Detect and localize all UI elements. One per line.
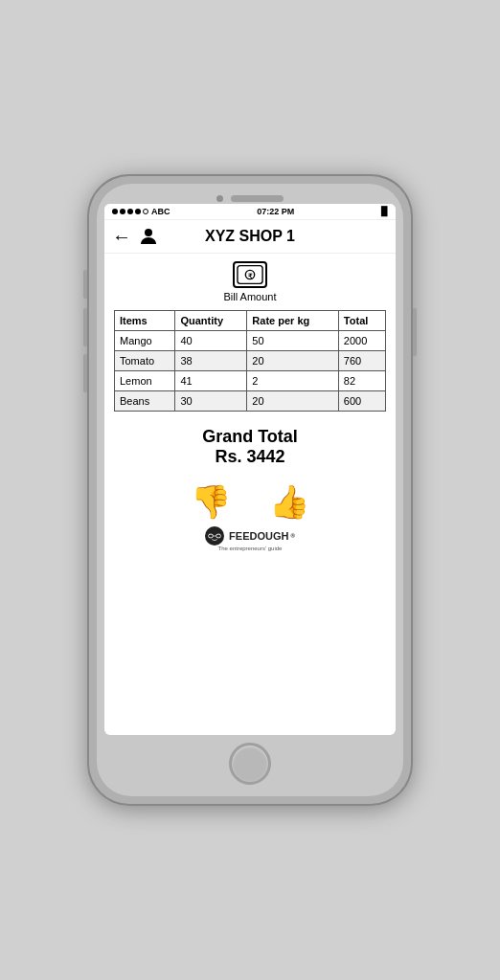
thumbs-up-button[interactable]: 👍 (269, 482, 309, 521)
col-header-rate: Rate per kg (247, 311, 339, 331)
grand-total-amount: Rs. 3442 (104, 447, 396, 467)
user-icon[interactable] (137, 225, 160, 248)
cell-total: 600 (338, 391, 385, 412)
volume-down-button[interactable] (83, 354, 87, 392)
cell-rate: 50 (247, 331, 339, 351)
shop-title: XYZ SHOP 1 (205, 228, 295, 245)
grand-total-label: Grand Total (104, 427, 396, 447)
cell-item: Beans (115, 391, 175, 412)
earpiece (231, 195, 284, 202)
cell-quantity: 38 (175, 351, 247, 371)
signal-dot-4 (135, 209, 141, 214)
status-left: ABC (112, 207, 170, 216)
cell-rate: 20 (247, 391, 339, 412)
col-header-quantity: Quantity (175, 311, 247, 331)
app-header: ← XYZ SHOP 1 (104, 220, 396, 254)
cell-quantity: 30 (175, 391, 247, 412)
table-row: Tomato3820760 (115, 351, 386, 371)
volume-up-button[interactable] (83, 308, 87, 346)
status-time: 07:22 PM (257, 207, 294, 216)
signal-dot-2 (120, 209, 125, 214)
thumbs-down-button[interactable]: 👎 (191, 482, 231, 521)
col-header-total: Total (338, 311, 385, 331)
home-button[interactable] (229, 743, 271, 785)
feedough-tagline: The entrepreneurs' guide (218, 546, 283, 551)
home-button-area (104, 735, 396, 789)
header-left-controls: ← (112, 225, 160, 248)
cell-item: Mango (115, 331, 175, 351)
bill-section: ₹ Bill Amount (104, 254, 396, 306)
battery-icon: ▉ (381, 207, 388, 216)
camera-dot (216, 195, 223, 202)
cell-rate: 2 (247, 371, 339, 391)
cell-quantity: 40 (175, 331, 247, 351)
cell-total: 760 (338, 351, 385, 371)
table-row: Beans3020600 (115, 391, 386, 412)
cell-rate: 20 (247, 351, 339, 371)
carrier-name: ABC (151, 207, 170, 216)
svg-point-0 (145, 229, 152, 236)
feedough-face-icon (205, 526, 224, 546)
status-bar: ABC 07:22 PM ▉ (104, 204, 396, 220)
battery-indicator: ▉ (381, 207, 388, 216)
table-row: Lemon41282 (115, 371, 386, 391)
feedough-branding: FEEDOUGH ® The entrepreneurs' guide (104, 526, 396, 555)
signal-dot-3 (127, 209, 133, 214)
phone-screen: ABC 07:22 PM ▉ ← XYZ SHOP 1 (104, 204, 396, 735)
mute-button[interactable] (83, 270, 87, 299)
cell-quantity: 41 (175, 371, 247, 391)
back-button[interactable]: ← (112, 226, 131, 248)
feedough-logo: FEEDOUGH ® (205, 526, 295, 546)
bill-amount-label: Bill Amount (223, 291, 276, 302)
signal-indicator (112, 209, 148, 214)
signal-dot-1 (112, 209, 118, 214)
phone-frame: ABC 07:22 PM ▉ ← XYZ SHOP 1 (87, 174, 413, 806)
col-header-items: Items (115, 311, 175, 331)
power-button[interactable] (413, 308, 417, 356)
feedback-section: 👎 👍 (104, 473, 396, 526)
cell-total: 82 (338, 371, 385, 391)
table-row: Mango40502000 (115, 331, 386, 351)
feedough-brand-name: FEEDOUGH (229, 530, 288, 542)
cell-item: Lemon (115, 371, 175, 391)
phone-body: ABC 07:22 PM ▉ ← XYZ SHOP 1 (97, 184, 403, 796)
bill-icon: ₹ (233, 261, 267, 288)
signal-dot-5 (143, 209, 148, 214)
grand-total-section: Grand Total Rs. 3442 (104, 419, 396, 473)
cell-total: 2000 (338, 331, 385, 351)
cell-item: Tomato (115, 351, 175, 371)
bill-table: Items Quantity Rate per kg Total Mango40… (114, 310, 386, 412)
